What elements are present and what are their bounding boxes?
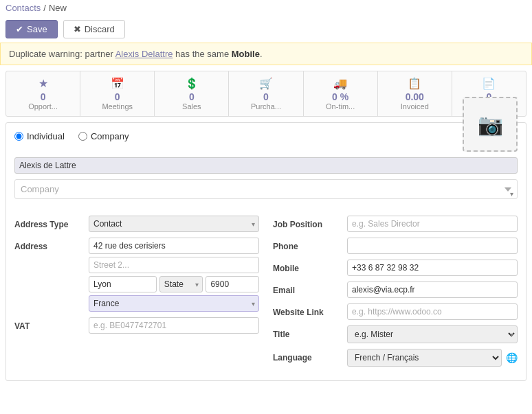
job-position-input[interactable] [347,216,518,232]
title-select[interactable]: e.g. Mister [347,325,518,343]
truck-icon: 🚚 [333,77,347,90]
save-icon: ✔ [16,24,23,34]
title-value: e.g. Mister [347,325,518,343]
company-radio-label[interactable]: Company [78,131,129,141]
left-column: Address Type Contact Address [14,216,259,372]
smart-btn-purchase[interactable]: 🛒 0 Purcha... [229,71,303,116]
smart-btn-sales[interactable]: 💲 0 Sales [155,71,229,116]
vendor-icon: 📄 [482,77,496,90]
individual-radio[interactable] [14,132,23,141]
mobile-row: Mobile [273,260,518,276]
state-select[interactable]: State [159,276,203,292]
breadcrumb-parent[interactable]: Contacts [5,3,41,13]
smart-btn-meetings[interactable]: 📅 0 Meetings [80,71,155,116]
right-column: Job Position Phone Mobile [273,216,518,372]
breadcrumb-current: New [49,3,67,13]
job-position-value [347,216,518,232]
individual-label: Individual [27,131,65,141]
address-label: Address [14,238,83,251]
city-input[interactable] [89,276,157,292]
warning-suffix: . [260,49,263,59]
email-row: Email [273,281,518,298]
phone-value [347,238,518,254]
invoice-icon: 📋 [408,77,421,90]
smart-btn-ontime[interactable]: 🚚 0 % On-tim... [304,71,378,116]
globe-icon[interactable]: 🌐 [506,352,518,363]
form-columns: Address Type Contact Address [14,216,518,372]
email-label: Email [273,281,342,295]
language-select[interactable]: French / Français [347,349,502,367]
smart-buttons-bar: ★ 0 Opport... 📅 0 Meetings 💲 0 Sales 🛒 0… [5,71,527,117]
website-value [347,303,518,320]
discard-button[interactable]: ✖ Discard [63,20,125,38]
job-position-label: Job Position [273,216,342,229]
website-row: Website Link [273,303,518,320]
warning-field: Mobile [232,49,260,59]
vat-row: VAT [14,317,259,334]
duplicate-partner-link[interactable]: Alexis Delattre [115,49,173,59]
job-position-row: Job Position [273,216,518,232]
address-type-select[interactable]: Contact [89,216,259,232]
website-input[interactable] [347,303,518,320]
breadcrumb: Contacts / New [0,0,532,16]
duplicate-warning: Duplicate warning: partner Alexis Delatt… [0,43,532,65]
address-type-label: Address Type [14,216,83,229]
individual-radio-label[interactable]: Individual [14,131,65,141]
street2-input[interactable] [89,257,259,273]
discard-label: Discard [85,24,115,34]
photo-upload[interactable]: 📷 [463,97,518,152]
language-row: Language French / Français 🌐 [273,349,518,367]
language-value: French / Français 🌐 [347,349,518,367]
email-input[interactable] [347,281,518,298]
email-value [347,281,518,298]
smart-btn-opportunities[interactable]: ★ 0 Opport... [6,71,80,116]
phone-input[interactable] [347,238,518,254]
city-state-zip-row: State [89,276,259,292]
breadcrumb-separator: / [43,3,46,13]
camera-icon: 📷 [478,113,503,137]
save-label: Save [27,24,47,34]
country-select[interactable]: France [89,295,259,312]
vat-value [89,317,259,334]
address-row: Address State [14,238,259,312]
mobile-input[interactable] [347,260,518,276]
phone-label: Phone [273,238,342,251]
company-field[interactable]: Company [14,179,518,199]
title-row: Title e.g. Mister [273,325,518,343]
company-label: Company [91,131,129,141]
language-row-inner: French / Français 🌐 [347,349,518,367]
title-label: Title [273,325,342,339]
address-type-row: Address Type Contact [14,216,259,232]
mobile-value [347,260,518,276]
calendar-icon: 📅 [111,77,124,90]
contact-type-group: Individual Company [14,131,129,141]
vat-input[interactable] [89,317,259,334]
phone-row: Phone [273,238,518,254]
website-label: Website Link [273,303,342,317]
zip-input[interactable] [206,276,259,292]
warning-mid: has the same [173,49,231,59]
street1-input[interactable] [89,238,259,254]
address-block: State France [89,238,259,312]
dollar-icon: 💲 [185,77,199,90]
vat-label: VAT [14,317,83,331]
save-button[interactable]: ✔ Save [5,20,58,38]
warning-prefix: Duplicate warning: partner [9,49,115,59]
star-icon: ★ [38,77,48,90]
smart-btn-invoiced[interactable]: 📋 0.00 Invoiced [378,71,452,116]
contact-name-input[interactable] [14,157,518,174]
toolbar: ✔ Save ✖ Discard [0,16,532,43]
address-type-value: Contact [89,216,259,232]
form-body: Individual Company 📷 Company Address Typ… [5,122,527,381]
discard-icon: ✖ [74,24,81,34]
cart-icon: 🛒 [259,77,273,90]
language-label: Language [273,349,342,363]
company-radio[interactable] [78,132,87,141]
mobile-label: Mobile [273,260,342,273]
